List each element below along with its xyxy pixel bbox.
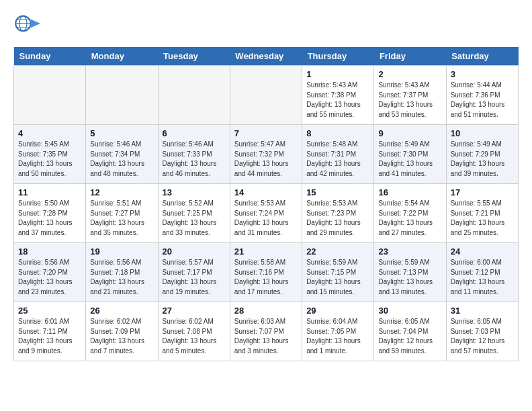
day-number: 28 (234, 306, 298, 316)
calendar-week-1: 1Sunrise: 5:43 AM Sunset: 7:38 PM Daylig… (14, 66, 519, 125)
calendar-cell: 21Sunrise: 5:58 AM Sunset: 7:16 PM Dayli… (230, 243, 302, 302)
calendar-cell: 25Sunrise: 6:01 AM Sunset: 7:11 PM Dayli… (14, 302, 86, 361)
calendar-cell: 26Sunrise: 6:02 AM Sunset: 7:09 PM Dayli… (86, 302, 158, 361)
calendar-cell: 15Sunrise: 5:53 AM Sunset: 7:23 PM Dayli… (302, 184, 374, 243)
day-number: 14 (234, 187, 298, 197)
calendar-cell: 7Sunrise: 5:47 AM Sunset: 7:32 PM Daylig… (230, 125, 302, 184)
calendar-week-4: 18Sunrise: 5:56 AM Sunset: 7:20 PM Dayli… (14, 243, 519, 302)
calendar-cell (230, 66, 302, 125)
day-number: 7 (234, 128, 298, 138)
day-number: 11 (18, 187, 81, 197)
day-number: 2 (378, 69, 441, 79)
calendar-cell: 30Sunrise: 6:05 AM Sunset: 7:04 PM Dayli… (374, 302, 446, 361)
day-number: 16 (378, 187, 441, 197)
day-number: 26 (90, 306, 153, 316)
calendar-cell: 6Sunrise: 5:46 AM Sunset: 7:33 PM Daylig… (158, 125, 230, 184)
calendar-cell (14, 66, 86, 125)
day-number: 4 (18, 128, 81, 138)
day-number: 25 (18, 306, 81, 316)
day-info: Sunrise: 5:46 AM Sunset: 7:34 PM Dayligh… (90, 140, 153, 179)
day-info: Sunrise: 6:03 AM Sunset: 7:07 PM Dayligh… (234, 317, 298, 356)
day-info: Sunrise: 5:56 AM Sunset: 7:20 PM Dayligh… (18, 258, 81, 297)
calendar-cell: 17Sunrise: 5:55 AM Sunset: 7:21 PM Dayli… (446, 184, 518, 243)
day-number: 31 (451, 306, 514, 316)
calendar-table: SundayMondayTuesdayWednesdayThursdayFrid… (13, 47, 519, 361)
calendar-week-2: 4Sunrise: 5:45 AM Sunset: 7:35 PM Daylig… (14, 125, 519, 184)
day-number: 9 (378, 128, 441, 138)
day-number: 8 (306, 128, 369, 138)
calendar-cell: 8Sunrise: 5:48 AM Sunset: 7:31 PM Daylig… (302, 125, 374, 184)
day-info: Sunrise: 5:58 AM Sunset: 7:16 PM Dayligh… (234, 258, 298, 297)
calendar-cell: 13Sunrise: 5:52 AM Sunset: 7:25 PM Dayli… (158, 184, 230, 243)
calendar-week-3: 11Sunrise: 5:50 AM Sunset: 7:28 PM Dayli… (14, 184, 519, 243)
calendar-cell (86, 66, 158, 125)
day-number: 12 (90, 187, 153, 197)
weekday-header-friday: Friday (374, 47, 446, 66)
weekday-header-monday: Monday (86, 47, 158, 66)
weekday-header-saturday: Saturday (446, 47, 518, 66)
day-info: Sunrise: 6:02 AM Sunset: 7:09 PM Dayligh… (90, 317, 153, 356)
calendar-header: SundayMondayTuesdayWednesdayThursdayFrid… (14, 47, 519, 66)
calendar-cell: 11Sunrise: 5:50 AM Sunset: 7:28 PM Dayli… (14, 184, 86, 243)
calendar-week-5: 25Sunrise: 6:01 AM Sunset: 7:11 PM Dayli… (14, 302, 519, 361)
calendar-cell: 31Sunrise: 6:05 AM Sunset: 7:03 PM Dayli… (446, 302, 518, 361)
calendar-cell: 22Sunrise: 5:59 AM Sunset: 7:15 PM Dayli… (302, 243, 374, 302)
day-number: 5 (90, 128, 153, 138)
calendar-cell: 20Sunrise: 5:57 AM Sunset: 7:17 PM Dayli… (158, 243, 230, 302)
day-info: Sunrise: 5:57 AM Sunset: 7:17 PM Dayligh… (163, 258, 226, 297)
calendar-cell: 19Sunrise: 5:56 AM Sunset: 7:18 PM Dayli… (86, 243, 158, 302)
day-number: 23 (378, 246, 441, 257)
day-info: Sunrise: 5:51 AM Sunset: 7:27 PM Dayligh… (90, 199, 153, 238)
day-info: Sunrise: 6:05 AM Sunset: 7:04 PM Dayligh… (378, 317, 441, 356)
day-info: Sunrise: 5:43 AM Sunset: 7:38 PM Dayligh… (306, 81, 369, 120)
day-info: Sunrise: 5:59 AM Sunset: 7:15 PM Dayligh… (306, 258, 369, 297)
calendar-cell: 29Sunrise: 6:04 AM Sunset: 7:05 PM Dayli… (302, 302, 374, 361)
day-info: Sunrise: 5:53 AM Sunset: 7:24 PM Dayligh… (234, 199, 298, 238)
day-info: Sunrise: 6:01 AM Sunset: 7:11 PM Dayligh… (18, 317, 81, 356)
day-info: Sunrise: 5:48 AM Sunset: 7:31 PM Dayligh… (306, 140, 369, 179)
day-info: Sunrise: 5:59 AM Sunset: 7:13 PM Dayligh… (378, 258, 441, 297)
day-number: 21 (234, 246, 298, 257)
day-info: Sunrise: 6:00 AM Sunset: 7:12 PM Dayligh… (451, 258, 514, 297)
calendar-cell: 23Sunrise: 5:59 AM Sunset: 7:13 PM Dayli… (374, 243, 446, 302)
calendar-cell: 5Sunrise: 5:46 AM Sunset: 7:34 PM Daylig… (86, 125, 158, 184)
calendar-cell: 14Sunrise: 5:53 AM Sunset: 7:24 PM Dayli… (230, 184, 302, 243)
day-number: 29 (306, 306, 369, 316)
calendar-cell: 10Sunrise: 5:49 AM Sunset: 7:29 PM Dayli… (446, 125, 518, 184)
calendar-cell: 28Sunrise: 6:03 AM Sunset: 7:07 PM Dayli… (230, 302, 302, 361)
day-info: Sunrise: 5:45 AM Sunset: 7:35 PM Dayligh… (18, 140, 81, 179)
calendar-cell: 9Sunrise: 5:49 AM Sunset: 7:30 PM Daylig… (374, 125, 446, 184)
weekday-header-thursday: Thursday (302, 47, 374, 66)
logo (13, 13, 43, 34)
calendar-cell: 2Sunrise: 5:43 AM Sunset: 7:37 PM Daylig… (374, 66, 446, 125)
day-info: Sunrise: 5:46 AM Sunset: 7:33 PM Dayligh… (163, 140, 226, 179)
day-number: 30 (378, 306, 441, 316)
day-number: 20 (163, 246, 226, 257)
day-number: 15 (306, 187, 369, 197)
calendar-cell: 12Sunrise: 5:51 AM Sunset: 7:27 PM Dayli… (86, 184, 158, 243)
day-number: 3 (451, 69, 514, 79)
day-info: Sunrise: 5:53 AM Sunset: 7:23 PM Dayligh… (306, 199, 369, 238)
day-number: 24 (451, 246, 514, 257)
weekday-header-tuesday: Tuesday (158, 47, 230, 66)
calendar-cell: 24Sunrise: 6:00 AM Sunset: 7:12 PM Dayli… (446, 243, 518, 302)
calendar-cell: 18Sunrise: 5:56 AM Sunset: 7:20 PM Dayli… (14, 243, 86, 302)
day-number: 19 (90, 246, 153, 257)
day-info: Sunrise: 5:56 AM Sunset: 7:18 PM Dayligh… (90, 258, 153, 297)
day-number: 17 (451, 187, 514, 197)
day-number: 18 (18, 246, 81, 257)
day-number: 22 (306, 246, 369, 257)
day-number: 10 (451, 128, 514, 138)
calendar-cell: 27Sunrise: 6:02 AM Sunset: 7:08 PM Dayli… (158, 302, 230, 361)
day-info: Sunrise: 5:50 AM Sunset: 7:28 PM Dayligh… (18, 199, 81, 238)
day-number: 6 (163, 128, 226, 138)
weekday-header-sunday: Sunday (14, 47, 86, 66)
calendar-cell: 1Sunrise: 5:43 AM Sunset: 7:38 PM Daylig… (302, 66, 374, 125)
day-info: Sunrise: 5:43 AM Sunset: 7:37 PM Dayligh… (378, 81, 441, 120)
day-info: Sunrise: 5:44 AM Sunset: 7:36 PM Dayligh… (451, 81, 514, 120)
day-number: 13 (163, 187, 226, 197)
day-info: Sunrise: 6:05 AM Sunset: 7:03 PM Dayligh… (451, 317, 514, 356)
calendar-cell: 4Sunrise: 5:45 AM Sunset: 7:35 PM Daylig… (14, 125, 86, 184)
day-info: Sunrise: 5:49 AM Sunset: 7:30 PM Dayligh… (378, 140, 441, 179)
calendar-cell: 3Sunrise: 5:44 AM Sunset: 7:36 PM Daylig… (446, 66, 518, 125)
